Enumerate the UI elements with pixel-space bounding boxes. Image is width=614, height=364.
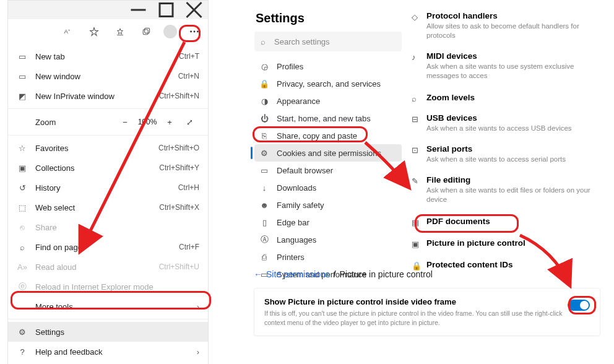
midi-icon: ♪ [412,53,422,62]
profile-icon: ◶ [259,62,269,71]
perm-zoom-levels[interactable]: ⌕Zoom levels [412,87,607,108]
menu-favorites[interactable]: ☆FavoritesCtrl+Shift+O [8,138,208,158]
perm-serial[interactable]: ⊡Serial portsAsk when a site wants to ac… [412,139,607,170]
nav-appearance[interactable]: ◑Appearance [251,92,405,110]
nav-default-browser[interactable]: ▭Default browser [251,162,405,179]
zoom-value: 100% [135,118,160,126]
cookie-icon: ⚙ [259,149,269,158]
svg-rect-9 [143,30,148,35]
zoom-out-button[interactable]: − [118,115,132,129]
permissions-list: ◇Protocol handlersAllow sites to ask to … [412,6,607,275]
web-select-icon: ⬚ [17,202,28,213]
browser-menu-panel: A» ▭New tabCtrl+T ▭New windowCtrl+N ◩New… [7,0,209,364]
svg-point-11 [190,31,192,33]
menu-web-select[interactable]: ⬚Web selectCtrl+Shift+X [8,197,208,217]
menu-collections[interactable]: ▣CollectionsCtrl+Shift+Y [8,158,208,178]
card-description: If this is off, you can't use the pictur… [264,309,568,327]
nav-family[interactable]: ☻Family safety [251,196,405,214]
settings-title: Settings [251,7,405,32]
perm-usb[interactable]: ⊟USB devicesAsk when a site wants to acc… [412,108,607,139]
nav-profiles[interactable]: ◶Profiles [251,58,405,75]
edgebar-icon: ▯ [259,218,269,227]
family-icon: ☻ [259,201,269,210]
language-icon: Ⓐ [259,234,269,245]
read-aloud-icon: A» [17,261,28,272]
collections-icon: ▣ [17,162,28,173]
profile-avatar[interactable] [163,25,177,38]
pip-settings-panel: ← Site permissions / Picture in picture … [254,269,600,336]
nav-languages[interactable]: ⒶLanguages [251,231,405,248]
usb-icon: ⊟ [412,115,422,124]
svg-rect-10 [145,28,150,33]
settings-search[interactable]: ⌕ Search settings [254,32,402,51]
browser-icon: ▭ [259,166,269,175]
breadcrumb-sep: / [334,269,336,279]
nav-printers[interactable]: ⎙Printers [251,248,405,266]
breadcrumb: ← Site permissions / Picture in picture … [254,269,600,279]
svg-point-13 [197,31,199,33]
maximize-button[interactable] [152,1,180,19]
menu-find[interactable]: ⌕Find on pageCtrl+F [8,237,208,257]
nav-share[interactable]: ⎘Share, copy and paste [251,127,405,144]
back-arrow-icon[interactable]: ← [254,269,262,279]
pip-toggle-switch[interactable] [568,300,590,311]
menu-new-tab[interactable]: ▭New tabCtrl+T [8,46,208,66]
favorites-list-icon[interactable] [111,23,129,40]
gear-icon: ⚙ [17,326,28,337]
menu-new-window[interactable]: ▭New windowCtrl+N [8,66,208,86]
collections-icon[interactable] [137,23,155,40]
serial-icon: ⊡ [412,145,422,155]
separator [8,319,208,319]
share-icon: ⎘ [259,131,269,141]
star-icon: ☆ [17,142,28,154]
help-icon: ? [17,346,28,357]
search-placeholder: Search settings [274,37,330,46]
separator [8,135,208,136]
breadcrumb-parent[interactable]: Site permissions [266,269,330,279]
svg-rect-1 [160,4,173,17]
more-menu-button[interactable] [186,23,203,40]
favorite-star-icon[interactable] [85,23,103,40]
perm-pdf[interactable]: ▤PDF documents [412,210,607,232]
menu-settings[interactable]: ⚙Settings [8,322,208,342]
pip-icon: ▣ [412,240,422,249]
perm-file-editing[interactable]: ✎File editingAsk when a site wants to ed… [412,170,607,210]
chevron-right-icon: › [197,302,199,311]
card-title: Show Picture in picture control inside v… [264,297,568,306]
settings-sidebar: Settings ⌕ Search settings ◶Profiles 🔒Pr… [251,7,405,303]
home-icon: ⏻ [259,114,269,123]
inprivate-icon: ◩ [17,90,28,102]
nav-start[interactable]: ⏻Start, home, and new tabs [251,110,405,127]
appearance-icon: ◑ [259,97,269,106]
perm-picture-in-picture[interactable]: ▣Picture in picture control [412,232,607,254]
lock-icon: 🔒 [259,79,269,89]
minimize-button[interactable] [124,1,152,19]
menu-help[interactable]: ?Help and feedback› [8,342,208,362]
nav-downloads[interactable]: ↓Downloads [251,179,405,196]
ie-icon: ⓔ [17,281,28,292]
fullscreen-button[interactable]: ⤢ [182,115,197,129]
zoom-in-button[interactable]: + [162,115,177,129]
nav-privacy[interactable]: 🔒Privacy, search, and services [251,75,405,92]
close-button[interactable] [180,1,208,19]
svg-text:»: » [68,28,70,32]
svg-marker-6 [90,28,98,36]
menu-new-inprivate[interactable]: ◩New InPrivate windowCtrl+Shift+N [8,86,208,106]
menu-share: ⎋Share [8,217,208,237]
menu-more-tools[interactable]: More tools› [8,297,208,316]
search-icon: ⌕ [261,37,269,46]
printer-icon: ⎙ [259,253,269,262]
nav-edgebar[interactable]: ▯Edge bar [251,214,405,231]
file-icon: ✎ [412,176,422,186]
read-aloud-icon[interactable]: A» [59,23,77,40]
zoom-icon: ⌕ [412,94,422,103]
svg-point-12 [194,31,196,33]
breadcrumb-current: Picture in picture control [340,269,433,279]
nav-cookies[interactable]: ⚙Cookies and site permissions [254,144,402,162]
menu-history[interactable]: ↺HistoryCtrl+H [8,178,208,197]
perm-midi[interactable]: ♪MIDI devicesAsk when a site wants to us… [412,46,607,87]
tab-icon: ▭ [17,51,28,62]
perm-protocol-handlers[interactable]: ◇Protocol handlersAllow sites to ask to … [412,6,607,46]
pdf-icon: ▤ [412,218,422,227]
menu-reload-ie: ⓔReload in Internet Explorer mode [8,277,208,297]
